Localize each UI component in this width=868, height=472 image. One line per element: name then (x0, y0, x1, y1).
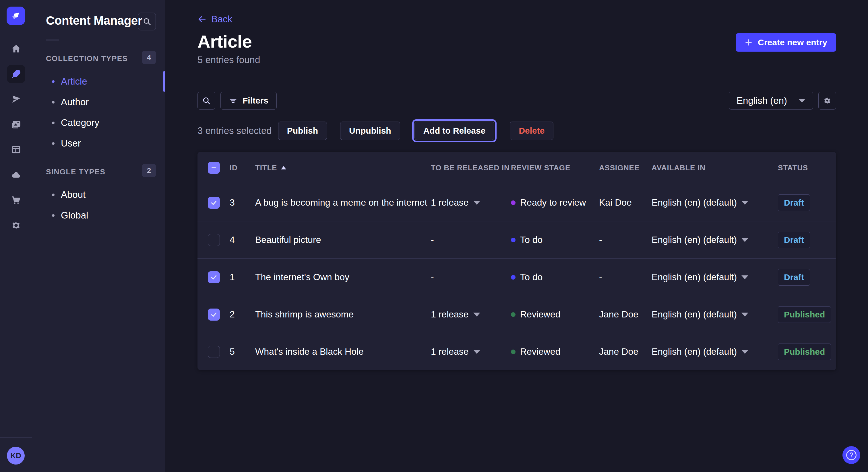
chevron-down-icon (741, 201, 748, 205)
row-id: 2 (229, 309, 255, 320)
release-value: - (431, 235, 511, 245)
review-stage: To do (511, 272, 599, 282)
sidebar-item-category[interactable]: Category (32, 112, 165, 133)
sidebar-item-about[interactable]: About (32, 184, 165, 205)
column-header-available-in[interactable]: AVAILABLE IN (652, 164, 778, 172)
row-checkbox[interactable] (208, 197, 220, 209)
row-checkbox[interactable] (208, 271, 220, 283)
entries-table: ID TITLE TO BE RELEASED IN REVIEW STAGE … (197, 152, 836, 370)
row-id: 1 (229, 272, 255, 282)
collection-types-section: COLLECTION TYPES 4 Article Author Catego… (32, 54, 165, 154)
collection-types-count-badge: 4 (142, 51, 156, 64)
search-icon[interactable] (138, 12, 156, 30)
bulk-actions-bar: 3 entries selected Publish Unpublish Add… (197, 119, 836, 142)
status-badge: Draft (778, 269, 810, 285)
active-indicator (163, 71, 165, 92)
view-settings-gear-icon[interactable] (818, 92, 836, 109)
sidebar-item-article[interactable]: Article (32, 71, 165, 92)
assignee: - (599, 235, 652, 245)
releases-plane-icon[interactable] (7, 90, 25, 108)
create-new-entry-button[interactable]: Create new entry (736, 33, 836, 52)
review-stage: Ready to review (511, 197, 599, 208)
stage-dot (511, 349, 516, 354)
locale-dropdown[interactable]: English (en) (default) (652, 197, 778, 208)
table-search-icon[interactable] (197, 92, 215, 109)
home-icon[interactable] (7, 40, 25, 58)
chevron-down-icon (741, 312, 748, 316)
column-header-review-stage[interactable]: REVIEW STAGE (511, 164, 599, 172)
help-button[interactable]: ? (842, 446, 860, 464)
table-row[interactable]: 5 What's inside a Black Hole 1 release R… (197, 333, 836, 370)
column-header-title[interactable]: TITLE (255, 164, 431, 172)
single-types-count-badge: 2 (142, 164, 156, 177)
row-checkbox[interactable] (208, 346, 220, 358)
unpublish-button[interactable]: Unpublish (340, 122, 400, 140)
status-badge: Published (778, 343, 831, 360)
assignee: - (599, 272, 652, 282)
row-title: A bug is becoming a meme on the internet (255, 197, 431, 208)
media-library-icon[interactable] (7, 115, 25, 133)
plus-icon (745, 38, 753, 46)
bullet-icon (52, 142, 55, 145)
indeterminate-dash-icon (210, 164, 218, 171)
bullet-icon (52, 214, 55, 217)
row-id: 3 (229, 197, 255, 208)
review-stage: Reviewed (511, 346, 599, 357)
locale-dropdown[interactable]: English (en) (default) (652, 272, 778, 282)
column-header-status[interactable]: STATUS (778, 164, 836, 172)
bullet-icon (52, 80, 55, 83)
content-manager-subnav: Content Manager COLLECTION TYPES 4 Artic… (32, 0, 165, 472)
chevron-down-icon (741, 275, 748, 279)
deploy-cloud-icon[interactable] (7, 166, 25, 184)
sidebar-item-author[interactable]: Author (32, 92, 165, 112)
assignee: Jane Doe (599, 309, 652, 320)
table-row[interactable]: 3 A bug is becoming a meme on the intern… (197, 184, 836, 221)
stage-dot (511, 200, 516, 205)
strapi-logo[interactable] (7, 7, 25, 25)
filter-icon (229, 96, 237, 105)
locale-select[interactable]: English (en) (729, 92, 813, 109)
status-badge: Draft (778, 194, 810, 211)
status-badge: Published (778, 306, 831, 323)
add-to-release-button[interactable]: Add to Release (414, 122, 495, 140)
release-dropdown[interactable]: 1 release (431, 346, 511, 357)
row-title: The internet's Own boy (255, 272, 431, 282)
release-dropdown[interactable]: 1 release (431, 309, 511, 320)
table-row[interactable]: 1 The internet's Own boy - To do - Engli… (197, 258, 836, 296)
settings-gear-icon[interactable] (7, 216, 25, 234)
row-checkbox[interactable] (208, 308, 220, 321)
rail-bottom-divider (0, 437, 32, 438)
question-mark-icon: ? (846, 450, 857, 460)
content-type-builder-icon[interactable] (7, 141, 25, 159)
table-row[interactable]: 4 Beautiful picture - To do - English (e… (197, 221, 836, 258)
publish-button[interactable]: Publish (278, 122, 327, 140)
table-row[interactable]: 2 This shrimp is awesome 1 release Revie… (197, 296, 836, 333)
status-badge: Draft (778, 232, 810, 248)
release-dropdown[interactable]: 1 release (431, 197, 511, 208)
main-content: Back Article 5 entries found Create new … (165, 0, 868, 472)
assignee: Jane Doe (599, 346, 652, 357)
review-stage: To do (511, 235, 599, 245)
filters-button[interactable]: Filters (220, 92, 277, 109)
chevron-down-icon (741, 350, 748, 354)
stage-dot (511, 238, 516, 242)
sidebar-item-user[interactable]: User (32, 133, 165, 154)
user-avatar[interactable]: KD (7, 447, 25, 465)
toolbar: Filters English (en) (197, 92, 836, 109)
marketplace-cart-icon[interactable] (7, 191, 25, 209)
delete-button[interactable]: Delete (510, 122, 553, 140)
row-id: 4 (229, 235, 255, 245)
bullet-icon (52, 122, 55, 124)
column-header-id[interactable]: ID (229, 164, 255, 172)
entries-count: 5 entries found (197, 55, 836, 65)
column-header-to-be-released-in[interactable]: TO BE RELEASED IN (431, 164, 511, 172)
select-all-checkbox[interactable] (208, 162, 220, 174)
locale-dropdown[interactable]: English (en) (default) (652, 309, 778, 320)
locale-dropdown[interactable]: English (en) (default) (652, 235, 778, 245)
row-checkbox[interactable] (208, 234, 220, 246)
sidebar-item-global[interactable]: Global (32, 205, 165, 226)
column-header-assignee[interactable]: ASSIGNEE (599, 164, 652, 172)
back-link[interactable]: Back (197, 14, 232, 25)
content-manager-feather-icon[interactable] (7, 65, 25, 83)
locale-dropdown[interactable]: English (en) (default) (652, 346, 778, 357)
